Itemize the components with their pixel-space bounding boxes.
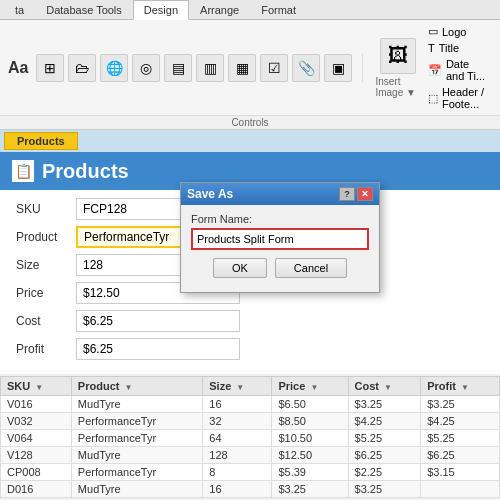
- dialog-close-button[interactable]: ✕: [357, 187, 373, 201]
- col-header-sku[interactable]: SKU ▼: [1, 377, 72, 396]
- dialog-titlebar: Save As ? ✕: [181, 183, 379, 205]
- field-row-profit: Profit: [16, 338, 484, 360]
- datetime-icon: 📅: [428, 64, 442, 77]
- dialog-ok-button[interactable]: OK: [213, 258, 267, 278]
- globe-icon[interactable]: 🌐: [100, 54, 128, 82]
- logo-button[interactable]: ▭ Logo: [424, 24, 492, 39]
- logo-label: Logo: [442, 26, 466, 38]
- table-cell: V016: [1, 396, 72, 413]
- table-cell: $3.25: [348, 481, 421, 498]
- table-cell: MudTyre: [71, 481, 202, 498]
- tab-database-tools[interactable]: Database Tools: [35, 0, 133, 19]
- size-label: Size: [16, 258, 76, 272]
- table-cell: V032: [1, 413, 72, 430]
- circle-icon[interactable]: ◎: [132, 54, 160, 82]
- cost-input[interactable]: [76, 310, 240, 332]
- tab-format[interactable]: Format: [250, 0, 307, 19]
- table-cell: 16: [203, 396, 272, 413]
- image-icon[interactable]: ▣: [324, 54, 352, 82]
- date-time-button[interactable]: 📅 Date and Ti...: [424, 57, 492, 83]
- grid2-icon[interactable]: ▥: [196, 54, 224, 82]
- table-cell: V064: [1, 430, 72, 447]
- checkbox-icon[interactable]: ☑: [260, 54, 288, 82]
- cost-sort-icon: ▼: [384, 383, 392, 392]
- table-cell: D016: [1, 481, 72, 498]
- table-cell: 8: [203, 464, 272, 481]
- logo-icon: ▭: [428, 25, 438, 38]
- table-cell: $12.50: [272, 447, 348, 464]
- price-label: Price: [16, 286, 76, 300]
- table-cell: PerformanceTyr: [71, 413, 202, 430]
- tab-design[interactable]: Design: [133, 0, 189, 20]
- size-sort-icon: ▼: [236, 383, 244, 392]
- table-cell: MudTyre: [71, 396, 202, 413]
- dialog-content: Form Name: OK Cancel: [181, 205, 379, 292]
- table-cell: CP008: [1, 464, 72, 481]
- table-cell: $6.50: [272, 396, 348, 413]
- header-footer-button[interactable]: ⬚ Header / Foote...: [424, 85, 492, 111]
- col-header-price[interactable]: Price ▼: [272, 377, 348, 396]
- datetime-label: Date and Ti...: [446, 58, 488, 82]
- table-cell: 64: [203, 430, 272, 447]
- ribbon: ta Database Tools Design Arrange Format …: [0, 0, 500, 130]
- table-row[interactable]: V128MudTyre128$12.50$6.25$6.25: [1, 447, 500, 464]
- dialog-buttons: OK Cancel: [191, 258, 369, 284]
- cost-label: Cost: [16, 314, 76, 328]
- table-cell: V128: [1, 447, 72, 464]
- table-cell: 32: [203, 413, 272, 430]
- col-header-profit[interactable]: Profit ▼: [421, 377, 500, 396]
- table-cell: $5.39: [272, 464, 348, 481]
- ribbon-main-icons: Aa ⊞ 🗁 🌐 ◎ ▤ ▥ ▦ ☑ 📎 ▣: [8, 54, 363, 82]
- save-as-dialog: Save As ? ✕ Form Name: OK Cancel: [180, 182, 380, 293]
- table-cell: PerformanceTyr: [71, 464, 202, 481]
- tab-arrange[interactable]: Arrange: [189, 0, 250, 19]
- table-cell: MudTyre: [71, 447, 202, 464]
- table-cell: [421, 481, 500, 498]
- dialog-help-button[interactable]: ?: [339, 187, 355, 201]
- profit-input[interactable]: [76, 338, 240, 360]
- table-cell: $5.25: [421, 430, 500, 447]
- insert-image-label: Insert Image ▼: [375, 76, 419, 98]
- table-row[interactable]: D016MudTyre16$3.25$3.25: [1, 481, 500, 498]
- tab-data[interactable]: ta: [4, 0, 35, 19]
- products-tab[interactable]: Products: [4, 132, 78, 150]
- insert-image-icon[interactable]: 🖼: [380, 38, 416, 74]
- price-sort-icon: ▼: [310, 383, 318, 392]
- field-row-cost: Cost: [16, 310, 484, 332]
- controls-section-label: Controls: [0, 115, 500, 129]
- grid1-icon[interactable]: ▤: [164, 54, 192, 82]
- paperclip-icon[interactable]: 📎: [292, 54, 320, 82]
- data-table-area: SKU ▼ Product ▼ Size ▼ Price ▼ Cost ▼ Pr…: [0, 376, 500, 498]
- table-cell: $6.25: [421, 447, 500, 464]
- product-label: Product: [16, 230, 76, 244]
- product-sort-icon: ▼: [124, 383, 132, 392]
- profit-label: Profit: [16, 342, 76, 356]
- dialog-cancel-button[interactable]: Cancel: [275, 258, 347, 278]
- table-cell: 128: [203, 447, 272, 464]
- products-table: SKU ▼ Product ▼ Size ▼ Price ▼ Cost ▼ Pr…: [0, 376, 500, 498]
- table-row[interactable]: V032PerformanceTyr32$8.50$4.25$4.25: [1, 413, 500, 430]
- dialog-form-name-input[interactable]: [191, 228, 369, 250]
- title-label: Title: [439, 42, 459, 54]
- dialog-field-label: Form Name:: [191, 213, 369, 225]
- table-cell: $3.25: [272, 481, 348, 498]
- document-tab-bar: Products: [0, 130, 500, 152]
- col-header-size[interactable]: Size ▼: [203, 377, 272, 396]
- folder-icon[interactable]: 🗁: [68, 54, 96, 82]
- table-row[interactable]: V016MudTyre16$6.50$3.25$3.25: [1, 396, 500, 413]
- headerfooter-label: Header / Foote...: [442, 86, 488, 110]
- table-cell: $3.25: [348, 396, 421, 413]
- table-cell: $6.25: [348, 447, 421, 464]
- col-header-product[interactable]: Product ▼: [71, 377, 202, 396]
- profit-sort-icon: ▼: [461, 383, 469, 392]
- table-cell: 16: [203, 481, 272, 498]
- table-row[interactable]: V064PerformanceTyr64$10.50$5.25$5.25: [1, 430, 500, 447]
- textbox-icon[interactable]: ⊞: [36, 54, 64, 82]
- title-button[interactable]: T Title: [424, 41, 492, 55]
- grid3-icon[interactable]: ▦: [228, 54, 256, 82]
- table-body: V016MudTyre16$6.50$3.25$3.25V032Performa…: [1, 396, 500, 498]
- table-row[interactable]: CP008PerformanceTyr8$5.39$2.25$3.15: [1, 464, 500, 481]
- col-header-cost[interactable]: Cost ▼: [348, 377, 421, 396]
- table-cell: $4.25: [348, 413, 421, 430]
- aa-icon: Aa: [8, 59, 28, 77]
